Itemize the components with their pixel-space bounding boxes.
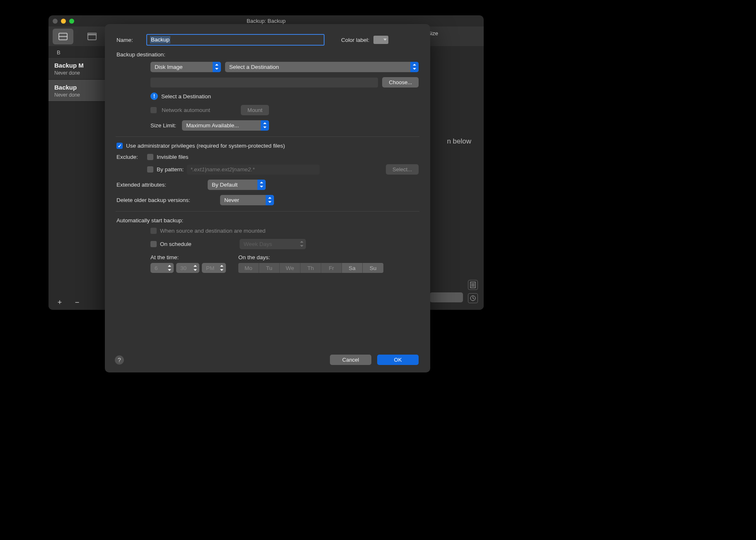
background-button[interactable] xyxy=(430,292,463,302)
divider xyxy=(116,211,419,212)
help-button[interactable]: ? xyxy=(115,355,124,365)
select-pattern-button: Select... xyxy=(386,164,419,175)
network-automount-label: Network automount xyxy=(162,107,210,113)
window-title: Backup: Backup xyxy=(48,18,484,24)
size-limit-dropdown[interactable]: Maximum Available... xyxy=(182,120,269,131)
extended-attributes-label: Extended attributes: xyxy=(116,182,204,188)
day-sa: Sa xyxy=(342,263,363,273)
color-label-picker[interactable] xyxy=(373,36,388,44)
destination-type-dropdown[interactable]: Disk Image xyxy=(150,62,221,72)
box-icon xyxy=(87,33,97,40)
close-window-button[interactable] xyxy=(53,19,58,24)
exclude-pattern-checkbox[interactable] xyxy=(147,166,153,173)
day-su: Su xyxy=(363,263,383,273)
backup-destination-label: Backup destination: xyxy=(116,51,419,58)
mount-button: Mount xyxy=(241,105,269,115)
divider xyxy=(116,136,419,137)
destination-type-value: Disk Image xyxy=(155,64,183,70)
notes-icon[interactable] xyxy=(468,280,478,290)
exclude-invisible-checkbox[interactable] xyxy=(147,154,153,160)
time-minute-stepper: 30 xyxy=(176,263,199,273)
add-button[interactable]: + xyxy=(56,298,63,307)
on-days-label: On the days: xyxy=(238,254,383,260)
sidebar-item-subtitle: Never done xyxy=(54,70,109,76)
tab-sources[interactable] xyxy=(53,29,73,44)
when-mounted-label: When source and destination are mounted xyxy=(160,228,265,234)
delete-older-label: Delete older backup versions: xyxy=(116,197,216,203)
traffic-lights xyxy=(53,19,74,24)
day-tu: Tu xyxy=(259,263,280,273)
choose-button[interactable]: Choose... xyxy=(382,77,419,88)
cancel-button[interactable]: Cancel xyxy=(330,355,371,365)
svg-line-10 xyxy=(473,298,474,299)
sidebar-item-title: Backup xyxy=(54,84,109,91)
pattern-input[interactable]: *.ext1|name.ext2|name2.* xyxy=(187,165,320,175)
day-mo: Mo xyxy=(238,263,259,273)
svg-rect-2 xyxy=(88,34,96,40)
on-schedule-label: On schedule xyxy=(160,241,191,247)
day-fr: Fr xyxy=(321,263,342,273)
zoom-window-button[interactable] xyxy=(69,19,74,24)
destination-select-dropdown[interactable]: Select a Destination xyxy=(225,62,419,72)
destination-path-input[interactable] xyxy=(150,78,378,88)
warning-icon: ! xyxy=(150,92,158,100)
auto-start-label: Automatically start backup: xyxy=(116,217,419,224)
minimize-window-button[interactable] xyxy=(61,19,66,24)
name-input[interactable]: Backup xyxy=(146,34,325,46)
size-limit-label: Size Limit: xyxy=(150,122,176,129)
svg-rect-3 xyxy=(87,33,97,35)
background-hint-text: n below xyxy=(447,137,471,146)
sheet-footer: ? Cancel OK xyxy=(115,355,419,365)
backup-config-sheet: Name: Backup Color label: Backup destina… xyxy=(105,24,430,372)
admin-privileges-label: Use administrator privileges (required f… xyxy=(126,143,285,149)
at-time-label: At the time: xyxy=(150,254,226,260)
on-schedule-checkbox[interactable] xyxy=(150,241,157,247)
time-hour-stepper: 6 xyxy=(150,263,174,273)
drive-icon xyxy=(58,33,68,40)
destination-warning-text: Select a Destination xyxy=(161,93,211,100)
ok-button[interactable]: OK xyxy=(377,355,419,365)
delete-older-dropdown[interactable]: Never xyxy=(220,195,274,205)
schedule-icon[interactable] xyxy=(468,293,478,303)
sidebar-item-subtitle: Never done xyxy=(54,92,109,98)
color-label: Color label: xyxy=(341,37,369,43)
destination-select-value: Select a Destination xyxy=(229,64,279,70)
name-input-value: Backup xyxy=(150,36,170,44)
admin-privileges-checkbox[interactable] xyxy=(116,143,123,149)
day-th: Th xyxy=(300,263,321,273)
day-we: We xyxy=(280,263,300,273)
time-ampm-stepper: PM xyxy=(202,263,226,273)
sidebar-item-title: Backup M xyxy=(54,62,109,69)
remove-button[interactable]: − xyxy=(73,298,81,307)
days-selector: Mo Tu We Th Fr Sa Su xyxy=(238,263,383,273)
tab-archive[interactable] xyxy=(82,29,102,44)
name-label: Name: xyxy=(116,37,142,43)
extended-attributes-dropdown[interactable]: By Default xyxy=(208,180,266,190)
network-automount-checkbox xyxy=(150,107,157,113)
exclude-invisible-label: Invisible files xyxy=(157,154,189,160)
schedule-type-dropdown: Week Days xyxy=(240,239,306,249)
exclude-label: Exclude: xyxy=(116,154,143,160)
right-side-icons xyxy=(468,280,478,303)
by-pattern-label: By pattern: xyxy=(157,166,184,173)
when-mounted-checkbox xyxy=(150,228,157,234)
